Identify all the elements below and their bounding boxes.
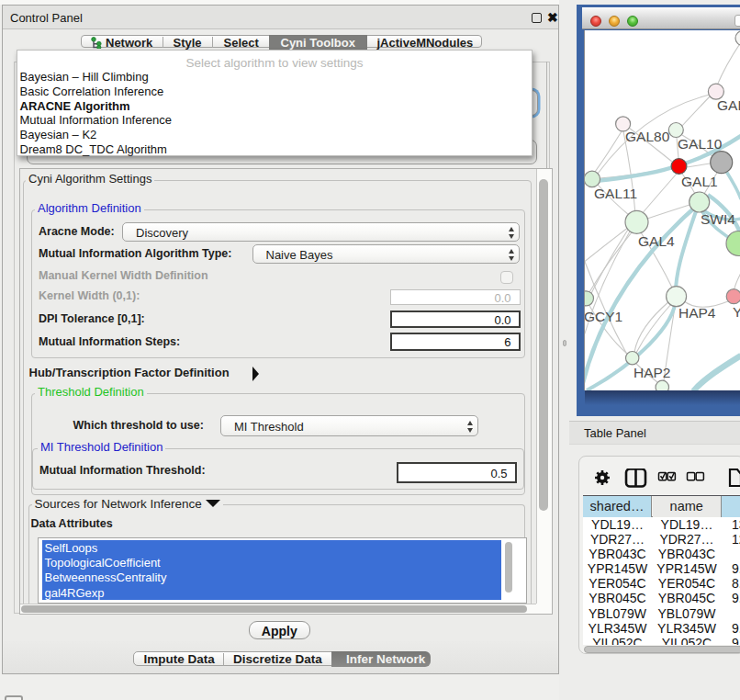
- svg-text:HAP2: HAP2: [633, 365, 671, 380]
- svg-text:SWI4: SWI4: [701, 211, 735, 227]
- svg-text:GAL10: GAL10: [678, 136, 723, 152]
- svg-text:GAL80: GAL80: [625, 129, 670, 144]
- svg-text:Y: Y: [733, 304, 740, 320]
- svg-text:GAL1: GAL1: [681, 174, 718, 189]
- svg-text:GCY1: GCY1: [585, 309, 622, 324]
- svg-text:HAP4: HAP4: [678, 305, 716, 321]
- svg-text:GAL4: GAL4: [638, 233, 675, 249]
- svg-text:GAL11: GAL11: [594, 186, 637, 201]
- svg-text:GAL: GAL: [717, 97, 740, 113]
